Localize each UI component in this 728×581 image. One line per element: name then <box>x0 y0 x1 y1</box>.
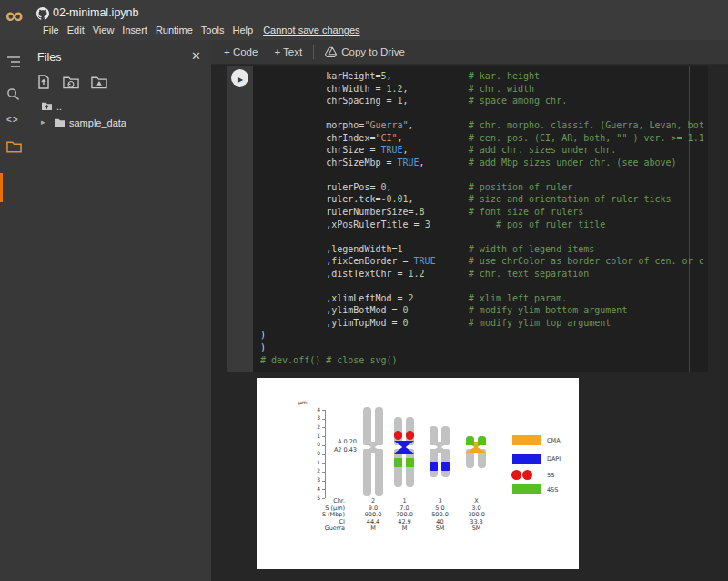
chevron-right-icon[interactable]: ▸ <box>41 117 46 127</box>
menu-edit[interactable]: Edit <box>67 25 85 36</box>
code-icon[interactable]: <> <box>6 115 23 131</box>
code-cell: ▶ karHeight=5, # kar. height chrWidth = … <box>228 66 708 372</box>
tree-item-up[interactable]: .. <box>30 100 211 114</box>
chromosome-2-centromere <box>363 442 383 453</box>
menu-help[interactable]: Help <box>233 25 254 36</box>
mark-DAPI <box>430 462 438 471</box>
mark-45S <box>406 458 414 467</box>
mark-45S <box>394 458 402 467</box>
menu-file[interactable]: File <box>43 25 59 36</box>
files-actions <box>36 75 107 89</box>
mount-drive-icon[interactable] <box>91 75 107 89</box>
legend-label: DAPI <box>547 456 561 463</box>
add-code-button[interactable]: + Code <box>224 46 258 57</box>
search-icon[interactable] <box>6 87 23 104</box>
code-line: rulerPos= 0, # position of ruler <box>260 181 704 194</box>
folder-icon <box>54 117 66 127</box>
code-line: # dev.off() # close svg() <box>260 354 704 367</box>
chromosome-2-long-arm <box>363 449 371 496</box>
legend-label: 45S <box>547 487 558 494</box>
plot-table-row-label: S (Mbp) <box>290 512 345 518</box>
code-line: ,ylimBotMod = 0 # modify ylim bottom arg… <box>260 304 704 317</box>
code-line: ,legendWidth=1 # width of legend items <box>260 243 704 256</box>
notebook-toolbar: + Code + Text Copy to Drive <box>211 40 728 65</box>
code-line <box>260 280 704 292</box>
legend-label: 5S <box>547 473 554 479</box>
ruler-tick-label: 3 <box>308 477 320 484</box>
chromosome-2-short-arm <box>363 407 371 445</box>
plot-table-cell: SM <box>454 525 500 532</box>
cell-gutter: ▶ <box>228 66 253 372</box>
ruler-tick-mark <box>322 427 325 428</box>
menu-tools[interactable]: Tools <box>201 25 225 36</box>
ruler-tick-mark <box>322 472 325 473</box>
code-line: ,fixCenBorder = TRUE # use chrColor as b… <box>260 255 704 268</box>
code-line <box>260 107 704 120</box>
mark-DAPI <box>441 462 450 471</box>
ruler-tick-label: 2 <box>308 424 320 431</box>
code-line: ,xlimLeftMod = 2 # xlim left param. <box>260 292 704 305</box>
menu-view[interactable]: View <box>93 25 115 36</box>
ruler-tick-mark <box>322 454 325 455</box>
menu-row: FileEditViewInsertRuntimeToolsHelp Canno… <box>43 25 360 36</box>
ruler-tick-label: 1 <box>308 460 320 466</box>
save-status-link[interactable]: Cannot save changes <box>263 25 359 36</box>
ruler-unit-label: µm <box>298 400 308 406</box>
refresh-folder-icon[interactable] <box>63 75 79 89</box>
code-line: chrIndex="CI", # cen. pos. (CI, AR, both… <box>260 132 704 145</box>
header: ∞ 02-minimal.ipynb FileEditViewInsertRun… <box>0 0 728 40</box>
chromosome-2-short-arm <box>375 407 383 445</box>
ruler-tick-label: 4 <box>308 486 320 493</box>
code-line: karHeight=5, # kar. height <box>260 70 704 83</box>
upload-file-icon[interactable] <box>36 75 51 89</box>
add-text-button[interactable]: + Text <box>274 46 302 57</box>
code-line: ,xPosRulerTitle = 3 # pos of ruler title <box>260 219 704 231</box>
outline-icon[interactable] <box>6 55 23 71</box>
ruler-axis-line <box>325 410 326 498</box>
ruler-tick-mark <box>322 489 325 490</box>
copy-to-drive-label: Copy to Drive <box>341 46 405 57</box>
chromosome-1-long-arm <box>394 449 402 487</box>
files-panel: Files ✕ .. ▸ sample_data <box>30 40 211 581</box>
code-line: chrWidth = 1.2, # chr. width <box>260 83 704 96</box>
legend-swatch <box>512 435 541 445</box>
ruler-tick-mark <box>322 419 325 420</box>
code-text: karHeight=5, # kar. height chrWidth = 1.… <box>260 70 704 366</box>
menu-runtime[interactable]: Runtime <box>156 25 193 36</box>
files-panel-title: Files <box>37 51 61 64</box>
run-cell-button[interactable]: ▶ <box>231 69 248 87</box>
tree-item-label: sample_data <box>69 117 126 128</box>
menu-bar: FileEditViewInsertRuntimeToolsHelp <box>43 25 253 36</box>
drive-icon <box>325 46 337 57</box>
code-line: ,distTextChr = 1.2 # chr. text separatio… <box>260 268 704 280</box>
legend-swatch <box>512 484 541 494</box>
code-line: chrSize = TRUE, # add chr. sizes under c… <box>260 144 704 157</box>
chromosome-1-centromere <box>394 441 414 454</box>
code-line: ,ylimTopMod = 0 # modify ylim top argume… <box>260 317 704 330</box>
folder-icon[interactable] <box>6 140 23 157</box>
ruler-tick-label: 4 <box>308 407 320 413</box>
ruler-tick-label: 2 <box>308 468 320 474</box>
toolbar-divider <box>313 45 314 59</box>
sidebar-rail: <> <box>0 40 30 581</box>
legend-dot <box>511 470 521 480</box>
play-icon: ▶ <box>237 76 243 84</box>
legend-dot <box>522 470 532 480</box>
notebook-title[interactable]: 02-minimal.ipynb <box>53 6 138 19</box>
plot-annotation: A2 0.43 <box>318 447 357 454</box>
ruler-tick-mark <box>322 481 325 482</box>
plot-annotation: A 0.20 <box>318 439 357 445</box>
menu-insert[interactable]: Insert <box>122 25 147 36</box>
close-icon[interactable]: ✕ <box>191 49 201 63</box>
folder-up-icon <box>41 101 53 111</box>
ruler-tick-mark <box>322 463 325 464</box>
mark-5S <box>406 431 415 440</box>
github-icon <box>36 7 49 20</box>
code-editor[interactable]: karHeight=5, # kar. height chrWidth = 1.… <box>253 66 708 372</box>
colab-logo-icon[interactable]: ∞ <box>5 2 21 30</box>
copy-to-drive-button[interactable]: Copy to Drive <box>325 46 405 57</box>
tree-item-sample-data[interactable]: ▸ sample_data <box>43 117 224 130</box>
code-line: chrSpacing = 1, # space among chr. <box>260 95 704 107</box>
code-line: chrSizeMbp = TRUE, # add Mbp sizes under… <box>260 157 704 169</box>
chromosome-1-long-arm <box>406 449 414 487</box>
